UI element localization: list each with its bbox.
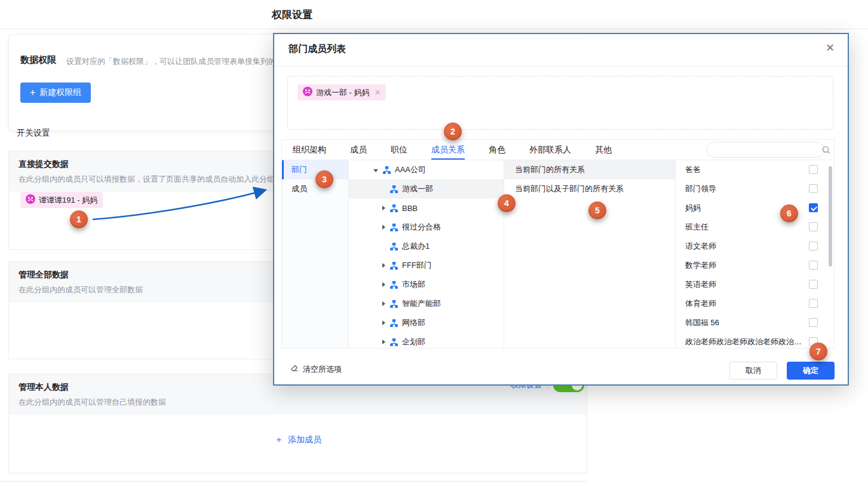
- member-row: 政治老师政治老师政治老师政治老...: [676, 332, 834, 348]
- close-icon[interactable]: ✕: [826, 42, 835, 53]
- member-type-nav: 部门成员: [282, 160, 349, 348]
- clear-selection-button[interactable]: 清空所选项: [290, 364, 342, 375]
- member-label: 爸爸: [685, 160, 701, 179]
- relation-scope-list: 当前部门的所有关系当前部门以及子部门的所有关系: [504, 160, 676, 348]
- tree-node-label: AAA公司: [395, 164, 426, 175]
- member-label: 体育老师: [685, 294, 716, 313]
- step-badge-2: 2: [444, 123, 462, 140]
- screen: 权限设置 数据权限 设置对应的「数据权限」，可以让团队成员管理表单搜集到的数据 …: [0, 0, 868, 492]
- tree-node-label: 游戏一部: [402, 184, 433, 194]
- checkbox[interactable]: [809, 280, 818, 289]
- org-tree-icon: [389, 319, 398, 328]
- tree-node-label: FFF部门: [402, 260, 432, 271]
- tree-node-FFF部门[interactable]: FFF部门: [349, 256, 504, 275]
- new-permission-group-button[interactable]: + 新建权限组: [20, 82, 91, 103]
- selected-member-tag-label: 游戏一部 - 妈妈: [316, 87, 370, 98]
- scrollbar-thumb[interactable]: [829, 166, 832, 267]
- relation-option[interactable]: 当前部门以及子部门的所有关系: [504, 179, 675, 198]
- caret-right-icon[interactable]: [379, 282, 387, 287]
- member-row: 妈妈: [676, 198, 834, 218]
- member-row: 爸爸: [676, 160, 834, 179]
- tree-node-label: 智能产能部: [402, 298, 441, 309]
- search-input[interactable]: [714, 145, 821, 155]
- step-badge-7: 7: [809, 343, 827, 360]
- member-label: 英语老师: [685, 275, 716, 294]
- checkbox[interactable]: [809, 299, 818, 308]
- member-label: 数学老师: [685, 256, 716, 275]
- checkbox[interactable]: [809, 242, 818, 250]
- checkbox-checked[interactable]: [809, 203, 818, 212]
- caret-right-icon[interactable]: [379, 263, 387, 268]
- tab-角色[interactable]: 角色: [489, 140, 505, 160]
- member-list: 爸爸部门领导妈妈班主任语文老师数学老师英语老师体育老师韩国福 56政治老师政治老…: [676, 160, 834, 348]
- caret-right-icon[interactable]: [379, 225, 387, 230]
- data-permission-title: 数据权限: [20, 54, 56, 66]
- org-tree-icon: [389, 338, 398, 347]
- tab-外部联系人[interactable]: 外部联系人: [529, 140, 571, 160]
- org-tree-icon: [389, 242, 398, 251]
- checkbox[interactable]: [809, 184, 818, 193]
- confirm-button[interactable]: 确定: [787, 362, 835, 380]
- department-tree: AAA公司游戏一部BBB很过分合格总裁办1FFF部门市场部智能产能部网络部企划部: [349, 160, 504, 348]
- switch-settings-heading: 开关设置: [17, 128, 50, 139]
- tree-node-label: 企划部: [402, 337, 425, 347]
- add-member-label: 添加成员: [288, 435, 321, 444]
- tree-node-label: BBB: [402, 204, 418, 213]
- member-row: 数学老师: [676, 256, 834, 275]
- org-tree-icon: [389, 261, 398, 270]
- caret-right-icon[interactable]: [379, 340, 387, 344]
- clear-selection-label: 清空所选项: [303, 364, 342, 375]
- tree-node-label: 网络部: [402, 317, 425, 328]
- page-title: 权限设置: [272, 8, 312, 22]
- tree-node-游戏一部[interactable]: 游戏一部: [349, 179, 504, 198]
- eraser-icon: [290, 364, 299, 375]
- step-badge-6: 6: [780, 204, 798, 222]
- picker-columns: 部门成员 AAA公司游戏一部BBB很过分合格总裁办1FFF部门市场部智能产能部网…: [282, 160, 834, 348]
- checkbox[interactable]: [809, 318, 818, 327]
- add-member-button[interactable]: ＋添加成员: [9, 434, 587, 445]
- checkbox[interactable]: [809, 261, 818, 270]
- tab-成员[interactable]: 成员: [350, 140, 367, 160]
- member-label: 韩国福 56: [685, 313, 719, 332]
- relation-option[interactable]: 当前部门的所有关系: [504, 160, 675, 179]
- tab-组织架构[interactable]: 组织架构: [293, 140, 326, 160]
- remove-tag-icon[interactable]: ✕: [375, 88, 381, 97]
- relation-icon: [26, 194, 35, 206]
- tree-node-智能产能部[interactable]: 智能产能部: [349, 294, 504, 313]
- caret-right-icon[interactable]: [379, 320, 387, 325]
- tab-职位[interactable]: 职位: [391, 140, 407, 160]
- relation-icon: [303, 87, 312, 98]
- tree-node-AAA公司[interactable]: AAA公司: [349, 160, 504, 179]
- selected-members-area: 游戏一部 - 妈妈 ✕: [287, 76, 833, 130]
- caret-down-icon[interactable]: [372, 166, 380, 175]
- member-row: 语文老师: [676, 237, 834, 256]
- cancel-button[interactable]: 取消: [729, 362, 777, 380]
- nav-item-成员[interactable]: 成员: [282, 179, 348, 198]
- tree-node-企划部[interactable]: 企划部: [349, 332, 504, 348]
- tree-node-网络部[interactable]: 网络部: [349, 313, 504, 332]
- selected-member-tag[interactable]: 游戏一部 - 妈妈 ✕: [297, 84, 386, 100]
- tree-node-很过分合格[interactable]: 很过分合格: [349, 218, 504, 237]
- picker-panel: 组织架构成员职位成员关系角色外部联系人其他 部门成员 AAA公司游戏一部BBB很…: [281, 139, 835, 349]
- department-member-modal: 部门成员列表 ✕ 游戏一部 - 妈妈 ✕ 组织架构成员职位成员关系角色外部联系人…: [273, 33, 849, 386]
- member-label: 语文老师: [685, 237, 716, 256]
- tab-成员关系[interactable]: 成员关系: [431, 140, 465, 160]
- tree-node-市场部[interactable]: 市场部: [349, 275, 504, 294]
- tree-node-总裁办1[interactable]: 总裁办1: [349, 237, 504, 256]
- modal-title-divider: [274, 66, 848, 66]
- member-row: 韩国福 56: [676, 313, 834, 332]
- caret-right-icon[interactable]: [379, 206, 387, 210]
- member-label: 部门领导: [685, 179, 716, 198]
- checkbox[interactable]: [809, 222, 818, 231]
- org-tree-icon: [389, 300, 398, 308]
- org-tree-icon: [389, 280, 398, 289]
- top-divider: [0, 29, 868, 29]
- checkbox[interactable]: [809, 165, 818, 174]
- caret-right-icon[interactable]: [379, 301, 387, 306]
- member-label: 班主任: [685, 218, 708, 237]
- tab-其他[interactable]: 其他: [595, 140, 612, 160]
- tree-node-BBB[interactable]: BBB: [349, 198, 504, 218]
- step-badge-3: 3: [315, 170, 333, 188]
- step-badge-1: 1: [70, 210, 88, 228]
- step-badge-5: 5: [588, 201, 606, 219]
